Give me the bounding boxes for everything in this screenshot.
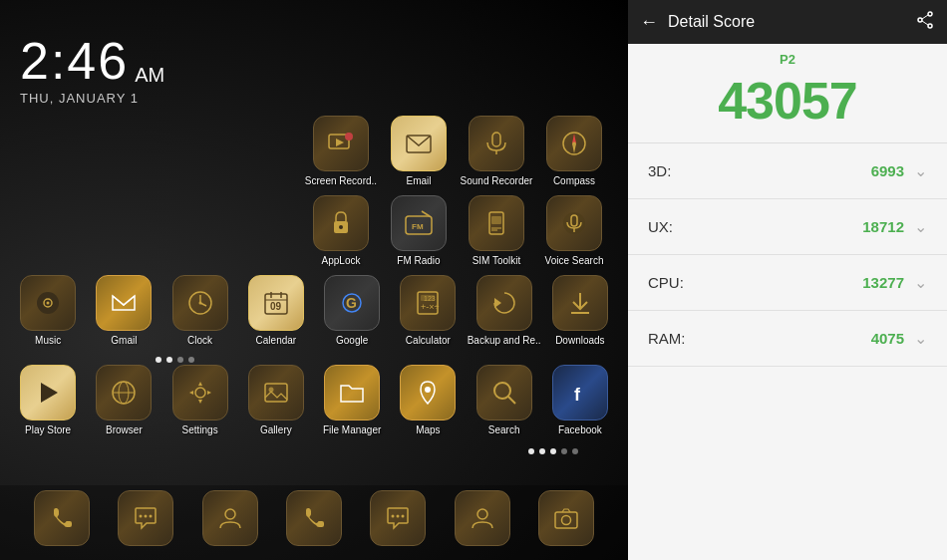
settings-icon [172,365,228,420]
app-sound-recorder[interactable]: Sound Recorder [458,116,535,187]
dot2-4[interactable] [561,448,567,454]
svg-rect-4 [492,133,500,146]
dock-contacts2[interactable] [444,490,521,550]
app-google[interactable]: G Google [314,275,390,347]
dock-messages2[interactable] [359,490,437,550]
dot-4[interactable] [188,357,194,363]
app-sim-toolkit[interactable]: SIM Toolkit [458,195,535,267]
clock-label: Clock [187,335,212,347]
svg-point-24 [47,302,50,305]
app-facebook[interactable]: f Facebook [542,365,618,436]
svg-text:123: 123 [424,295,436,302]
music-label: Music [35,335,61,347]
dot2-5[interactable] [572,448,578,454]
score-row-3d[interactable]: 3D: 6993 ⌄ [628,143,947,199]
svg-rect-62 [555,512,577,528]
time-section: 2:46 AM THU, JANUARY 1 [0,20,628,111]
backup-label: Backup and Re.. [468,335,541,347]
svg-point-61 [477,509,487,519]
app-maps[interactable]: Maps [390,365,466,436]
facebook-label: Facebook [558,424,602,436]
dot-3[interactable] [177,357,183,363]
app-settings[interactable]: Settings [162,365,238,436]
dot2-3[interactable] [550,448,556,454]
svg-point-60 [402,515,405,518]
share-button[interactable] [915,10,935,35]
dock-contacts-icon [202,490,258,546]
settings-label: Settings [182,424,218,436]
svg-marker-2 [336,139,344,146]
app-search[interactable]: Search [467,365,542,436]
svg-point-54 [140,515,143,518]
app-gmail[interactable]: Gmail [86,275,161,347]
app-backup[interactable]: Backup and Re.. [467,275,542,347]
google-icon: G [324,275,380,331]
device-name: P2 [628,44,947,67]
dot2-2[interactable] [539,448,545,454]
dots-container [10,444,618,458]
gmail-icon [96,275,152,331]
app-downloads[interactable]: Downloads [542,275,618,347]
svg-marker-43 [41,383,58,403]
maps-icon [400,365,456,420]
app-browser[interactable]: Browser [86,365,161,436]
svg-point-28 [198,302,201,305]
dot-1[interactable] [156,357,161,363]
dot-2[interactable] [166,357,172,363]
score-body: P2 43057 3D: 6993 ⌄ UX: 18712 ⌄ CPU: 132… [628,44,947,560]
app-applock[interactable]: AppLock [302,195,380,267]
dock-camera[interactable] [527,490,605,550]
svg-point-63 [561,516,570,525]
gallery-icon [248,365,304,420]
app-calculator[interactable]: 123 +-×÷ Calculator [390,275,466,347]
dock-messages[interactable] [107,490,184,550]
dock-phone-icon [34,490,90,546]
app-voice-search[interactable]: Voice Search [535,195,613,267]
bottom-dock [0,485,628,560]
svg-text:FM: FM [412,222,424,231]
dock-phone[interactable] [23,490,101,550]
score-row-ux[interactable]: UX: 18712 ⌄ [628,199,947,255]
file-manager-icon [324,365,380,420]
svg-text:+-×÷: +-×÷ [421,302,440,312]
chevron-3d-icon: ⌄ [914,161,927,180]
page-dots-2 [528,448,578,454]
app-email[interactable]: Email [380,116,458,187]
facebook-icon: f [552,365,608,420]
app-compass[interactable]: Compass [535,116,613,187]
app-clock[interactable]: Clock [162,275,238,347]
dock-contacts[interactable] [191,490,269,550]
browser-label: Browser [106,424,143,436]
compass-icon [546,116,602,171]
compass-label: Compass [553,175,595,187]
search-icon [476,365,532,420]
score-row-ram[interactable]: RAM: 4075 ⌄ [628,311,947,367]
app-screen-recorder[interactable]: Screen Record.. [302,116,380,187]
dock-phone2[interactable] [275,490,353,550]
dot2-1[interactable] [528,448,534,454]
sound-recorder-label: Sound Recorder [461,175,533,187]
score-section: ← Detail Score P2 43057 3D: 6993 ⌄ UX: 1… [628,0,947,560]
phone-section: ▦ ▾ ▾ 87% 2:46 AM ▨ 2:46 AM THU, JANUARY… [0,0,628,560]
app-gallery[interactable]: Gallery [238,365,314,436]
score-row-cpu[interactable]: CPU: 13277 ⌄ [628,255,947,311]
app-fm-radio[interactable]: FM FM Radio [380,195,458,267]
dock-camera-icon [538,490,594,546]
calendar-icon: 09 [248,275,304,331]
ram-value: 4075 [871,330,904,347]
app-music[interactable]: Music [10,275,86,347]
voice-search-label: Voice Search [545,255,604,267]
app-play-store[interactable]: Play Store [10,365,86,436]
cpu-label: CPU: [648,274,862,291]
play-store-icon [20,365,76,420]
score-header: ← Detail Score [628,0,947,44]
back-button[interactable]: ← [640,12,658,33]
phone-content: 2:46 AM THU, JANUARY 1 Screen Record.. [0,20,628,560]
app-row-3: Music Gmail [10,275,618,347]
app-calendar[interactable]: 09 Calendar [238,275,314,347]
svg-point-56 [150,515,153,518]
svg-point-59 [397,515,400,518]
app-row-4: Play Store Browser [10,365,618,436]
app-file-manager[interactable]: File Manager [314,365,390,436]
downloads-label: Downloads [555,335,604,347]
